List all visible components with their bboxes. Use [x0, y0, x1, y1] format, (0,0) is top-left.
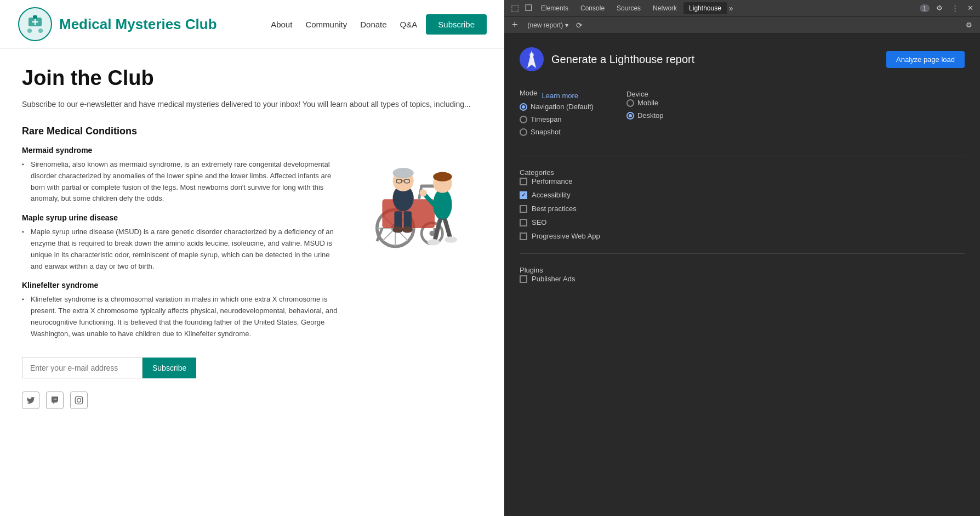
tab-network[interactable]: Network	[647, 2, 682, 14]
devtools-panel: ⬚ ☐ Elements Console Sources Network Lig…	[504, 0, 980, 516]
category-performance[interactable]: Performance	[520, 177, 965, 185]
device-desktop-radio	[626, 112, 634, 120]
lighthouse-logo	[520, 47, 544, 71]
learn-more-link[interactable]: Learn more	[542, 92, 578, 100]
plugins-label: Plugins	[520, 266, 543, 274]
website-panel: Medical Mysteries Club About Community D…	[0, 0, 504, 516]
nav-subscribe-button[interactable]: Subscribe	[426, 14, 487, 35]
device-mobile-radio	[626, 99, 634, 107]
svg-rect-7	[75, 396, 82, 404]
join-heading: Join the Club	[22, 66, 482, 90]
close-devtools-icon[interactable]: ✕	[965, 3, 976, 13]
logo-icon	[18, 7, 53, 42]
category-pwa-label: Progressive Web App	[532, 232, 600, 240]
svg-line-40	[445, 220, 451, 239]
condition-klinefelter-heading: Klinefelter syndrome	[22, 281, 340, 290]
tab-sources[interactable]: Sources	[611, 2, 646, 14]
bar2-right: ⚙	[964, 20, 975, 30]
svg-point-5	[27, 29, 32, 33]
twitter-icon[interactable]	[22, 392, 39, 409]
lh-title: Generate a Lighthouse report	[551, 53, 694, 66]
mode-timespan[interactable]: Timespan	[520, 115, 594, 123]
condition-mermaid-heading: Mermaid syndrome	[22, 146, 340, 155]
svg-point-42	[445, 236, 457, 242]
new-report-dropdown[interactable]: (new report) ▾	[525, 20, 572, 30]
lh-mode-device: Mode Learn more Navigation (Default) Tim…	[520, 89, 965, 140]
nav-qa[interactable]: Q&A	[400, 20, 418, 29]
lighthouse-content: Generate a Lighthouse report Analyze pag…	[504, 34, 980, 516]
category-performance-checkbox	[520, 178, 527, 185]
nav-community[interactable]: Community	[305, 20, 347, 29]
join-description: Subscribe to our e-newsletter and have m…	[22, 99, 482, 110]
subscribe-form: Subscribe	[22, 358, 340, 378]
device-desktop[interactable]: Desktop	[626, 111, 664, 120]
site-title: Medical Mysteries Club	[59, 16, 217, 33]
email-input[interactable]	[22, 358, 143, 378]
category-performance-label: Performance	[532, 177, 572, 185]
category-pwa[interactable]: Progressive Web App	[520, 232, 965, 240]
condition-klinefelter-text: Klinefelter syndrome is a chromosomal va…	[22, 294, 340, 339]
category-seo-checkbox	[520, 219, 527, 226]
analyze-page-load-button[interactable]: Analyze page load	[886, 51, 965, 68]
lh-header: Generate a Lighthouse report Analyze pag…	[520, 47, 965, 71]
mode-snapshot-label: Snapshot	[531, 128, 561, 136]
condition-mermaid: Mermaid syndrome Sirenomelia, also known…	[22, 146, 340, 205]
lh-title-area: Generate a Lighthouse report	[520, 47, 694, 71]
divider-2	[520, 253, 965, 254]
divider-1	[520, 156, 965, 156]
device-icon[interactable]: ☐	[522, 2, 534, 14]
lh-mode-header: Mode Learn more	[520, 89, 594, 103]
nav-links: About Community Donate Q&A	[271, 20, 417, 29]
categories-label: Categories	[520, 168, 554, 177]
subscribe-form-button[interactable]: Subscribe	[143, 358, 196, 378]
category-best-practices[interactable]: Best practices	[520, 205, 965, 213]
mode-navigation-radio	[520, 103, 527, 111]
svg-point-26	[393, 168, 414, 178]
lh-mode-section: Mode Learn more Navigation (Default) Tim…	[520, 89, 594, 140]
tab-elements[interactable]: Elements	[535, 2, 574, 14]
svg-point-6	[38, 29, 43, 33]
category-seo-label: SEO	[532, 218, 546, 226]
condition-maple-text: Maple syrup urine disease (MSUD) is a ra…	[22, 226, 340, 272]
tab-console[interactable]: Console	[575, 2, 610, 14]
device-desktop-label: Desktop	[637, 111, 664, 120]
add-report-icon[interactable]: +	[510, 18, 520, 32]
mode-timespan-radio	[520, 116, 527, 123]
dropdown-chevron-icon: ▾	[565, 21, 568, 29]
device-mobile-label: Mobile	[637, 99, 658, 107]
inspect-icon[interactable]: ⬚	[509, 2, 521, 14]
new-report-label: (new report)	[528, 21, 563, 29]
more-options-icon[interactable]: ⋮	[949, 3, 961, 13]
settings-bar-icon[interactable]: ⚙	[964, 20, 975, 30]
category-seo[interactable]: SEO	[520, 218, 965, 226]
condition-maple: Maple syrup urine disease Maple syrup ur…	[22, 213, 340, 272]
content-flex: Rare Medical Conditions Mermaid syndrome…	[22, 126, 482, 409]
condition-mermaid-text: Sirenomelia, also known as mermaid syndr…	[22, 159, 340, 205]
tab-lighthouse[interactable]: Lighthouse	[683, 2, 727, 14]
mode-snapshot[interactable]: Snapshot	[520, 128, 594, 136]
text-column: Rare Medical Conditions Mermaid syndrome…	[22, 126, 340, 409]
history-icon[interactable]: ⟳	[576, 21, 583, 30]
nav-donate[interactable]: Donate	[360, 20, 386, 29]
mode-navigation-label: Navigation (Default)	[531, 103, 594, 111]
settings-icon[interactable]: ⚙	[934, 3, 945, 13]
mode-label: Mode	[520, 89, 538, 97]
svg-point-9	[81, 398, 81, 398]
lh-plugins: Plugins Publisher Ads	[520, 265, 965, 283]
nav-about[interactable]: About	[271, 20, 292, 29]
svg-point-33	[402, 226, 413, 233]
twitch-icon[interactable]	[46, 392, 64, 409]
svg-point-32	[393, 226, 403, 233]
instagram-icon[interactable]	[70, 392, 88, 409]
more-tabs-icon[interactable]: »	[729, 4, 733, 13]
category-accessibility[interactable]: Accessibility	[520, 191, 965, 199]
condition-maple-heading: Maple syrup urine disease	[22, 213, 340, 222]
mode-navigation[interactable]: Navigation (Default)	[520, 103, 594, 111]
plugin-publisher-ads[interactable]: Publisher Ads	[520, 275, 965, 283]
lh-categories: Categories Performance Accessibility Bes…	[520, 167, 965, 240]
social-icons	[22, 392, 340, 409]
category-best-practices-checkbox	[520, 205, 527, 213]
devtools-tabs: ⬚ ☐ Elements Console Sources Network Lig…	[504, 0, 980, 16]
device-mobile[interactable]: Mobile	[626, 99, 664, 107]
svg-point-8	[77, 398, 81, 402]
